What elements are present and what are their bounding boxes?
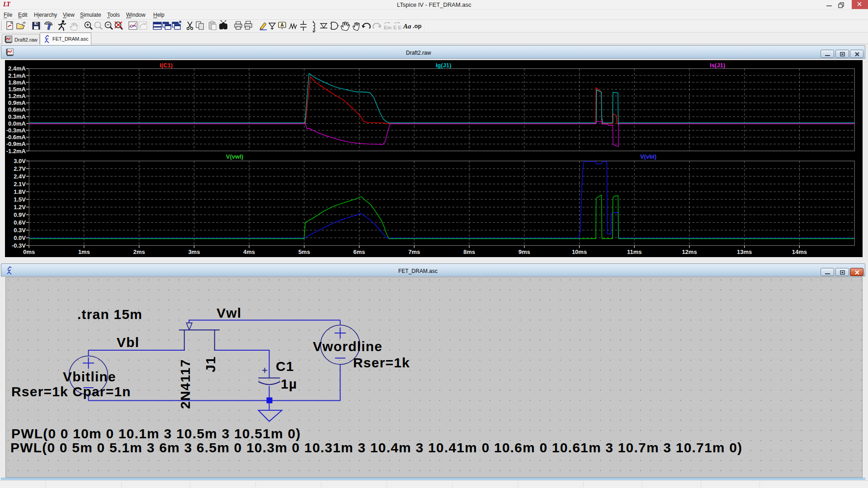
- svg-text:2.1mA: 2.1mA: [8, 72, 26, 79]
- svg-text:0.0mA: 0.0mA: [8, 120, 26, 127]
- svg-text:-0.9mA: -0.9mA: [6, 141, 26, 147]
- svg-text:11ms: 11ms: [627, 249, 642, 255]
- svg-text:1.8V: 1.8V: [14, 188, 26, 195]
- svg-text:I(C1): I(C1): [160, 62, 173, 69]
- svg-text:8ms: 8ms: [463, 249, 475, 255]
- svg-text:7ms: 7ms: [408, 249, 420, 255]
- svg-text:1.8mA: 1.8mA: [8, 79, 26, 86]
- svg-text:1.2mA: 1.2mA: [8, 93, 26, 99]
- svg-text:2.4mA: 2.4mA: [8, 65, 26, 72]
- svg-text:2.4V: 2.4V: [14, 173, 26, 180]
- svg-text:13ms: 13ms: [737, 249, 752, 255]
- svg-text:0.0V: 0.0V: [14, 235, 26, 241]
- svg-text:1.5mA: 1.5mA: [8, 86, 26, 93]
- svg-text:0.6mA: 0.6mA: [8, 106, 26, 113]
- svg-text:14ms: 14ms: [792, 249, 807, 255]
- svg-text:12ms: 12ms: [682, 249, 697, 255]
- svg-text:A: A: [280, 23, 283, 28]
- svg-text:0.9V: 0.9V: [14, 211, 26, 218]
- svg-text:0.6V: 0.6V: [14, 219, 26, 226]
- svg-text:V(vwl): V(vwl): [226, 153, 243, 160]
- svg-text:3ms: 3ms: [188, 249, 200, 255]
- svg-text:6ms: 6ms: [354, 249, 365, 255]
- svg-text:PWL(0 0 5m 0 5.1m 3 6m 3 6.5m: PWL(0 0 5m 0 5.1m 3 6m 3 6.5m 0 10.3m 0 …: [10, 440, 742, 455]
- svg-text:Rser=1k: Rser=1k: [353, 355, 410, 370]
- svg-text:2.7V: 2.7V: [14, 165, 26, 172]
- svg-text:-0.3V: -0.3V: [12, 242, 26, 249]
- svg-text:Vbl: Vbl: [117, 335, 139, 350]
- svg-text:4ms: 4ms: [243, 249, 255, 255]
- svg-text:3.0V: 3.0V: [14, 158, 26, 164]
- svg-text:Em: Em: [384, 25, 392, 30]
- svg-text:10ms: 10ms: [572, 249, 587, 255]
- svg-text:-0.3mA: -0.3mA: [6, 127, 26, 134]
- svg-text:1µ: 1µ: [281, 376, 297, 391]
- svg-text:0ms: 0ms: [23, 249, 35, 255]
- svg-text:-0.6mA: -0.6mA: [6, 134, 26, 141]
- svg-text:Vbitline: Vbitline: [63, 369, 116, 384]
- svg-text:-1.2mA: -1.2mA: [6, 148, 26, 155]
- svg-text:0.9mA: 0.9mA: [8, 99, 26, 106]
- svg-text:Vwl: Vwl: [217, 305, 241, 320]
- svg-text:2N4117: 2N4117: [178, 359, 193, 409]
- svg-text:9ms: 9ms: [519, 249, 530, 255]
- svg-text:Ig(J1): Ig(J1): [436, 62, 452, 69]
- svg-text:1ms: 1ms: [78, 249, 90, 255]
- svg-text:0.3V: 0.3V: [14, 227, 26, 234]
- svg-text:Aa: Aa: [403, 23, 411, 30]
- svg-text:J1: J1: [203, 356, 218, 372]
- svg-text:Is(J1): Is(J1): [710, 62, 725, 69]
- svg-text:Rser=1k Cpar=1n: Rser=1k Cpar=1n: [11, 384, 131, 399]
- svg-text:1.2V: 1.2V: [14, 204, 26, 211]
- svg-text:2.1V: 2.1V: [14, 181, 26, 188]
- svg-text:1.5V: 1.5V: [14, 196, 26, 203]
- svg-text:5ms: 5ms: [298, 249, 310, 255]
- svg-text:Vwordline: Vwordline: [313, 339, 382, 354]
- svg-text:.tran 15m: .tran 15m: [77, 307, 142, 322]
- svg-text:PWL(0 0 10m 0 10.1m 3 10.5m 3: PWL(0 0 10m 0 10.1m 3 10.5m 3 10.51m 0): [11, 426, 301, 441]
- svg-text:.op: .op: [413, 23, 422, 29]
- svg-text:E Ε: E Ε: [393, 25, 401, 30]
- svg-text:0.3mA: 0.3mA: [8, 113, 26, 120]
- svg-text:V(vbl): V(vbl): [640, 153, 656, 160]
- svg-text:2ms: 2ms: [133, 249, 145, 255]
- svg-text:C1: C1: [276, 359, 294, 374]
